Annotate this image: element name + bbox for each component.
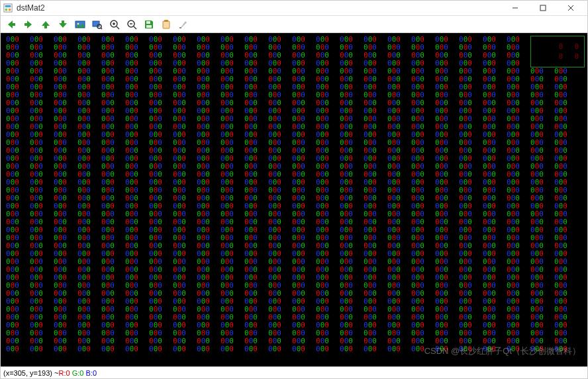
zoom-region-button[interactable] bbox=[91, 18, 104, 31]
pixel-cell: 000 bbox=[340, 345, 364, 353]
overview-thumbnail[interactable]: 00 00 bbox=[530, 36, 585, 67]
pixel-cell: 000 bbox=[197, 345, 220, 353]
channel-value: 0 bbox=[86, 345, 91, 353]
pixel-cell: 000 bbox=[268, 345, 292, 353]
channel-value: 0 bbox=[440, 345, 444, 353]
pixel-cell: 000 bbox=[6, 345, 30, 353]
pixel-cell: 000 bbox=[54, 345, 77, 353]
channel-value: 0 bbox=[435, 345, 440, 353]
channel-value: 0 bbox=[559, 345, 564, 353]
channel-value: 0 bbox=[554, 345, 559, 353]
zoom-in-button[interactable] bbox=[108, 18, 121, 31]
pixel-cell: 000 bbox=[554, 345, 578, 353]
channel-value: 0 bbox=[507, 345, 511, 353]
zoom-out-button[interactable] bbox=[125, 18, 138, 31]
channel-value: 0 bbox=[368, 345, 373, 353]
clipboard-button[interactable] bbox=[160, 18, 173, 31]
save-button[interactable] bbox=[142, 18, 156, 31]
channel-value: 0 bbox=[82, 345, 87, 353]
titlebar: dstMat2 bbox=[1, 1, 587, 16]
channel-value: 0 bbox=[201, 345, 206, 353]
window-title: dstMat2 bbox=[17, 3, 45, 13]
svg-rect-21 bbox=[146, 25, 152, 28]
channel-value: 0 bbox=[205, 345, 210, 353]
channel-value: 0 bbox=[292, 345, 297, 353]
pixel-cell: 000 bbox=[459, 345, 483, 353]
channel-value: 0 bbox=[301, 345, 305, 353]
channel-value: 0 bbox=[344, 345, 349, 353]
channel-value: 0 bbox=[15, 345, 19, 353]
pixel-cell: 000 bbox=[364, 345, 387, 353]
pixel-cell: 000 bbox=[316, 345, 340, 353]
channel-value: 0 bbox=[511, 345, 516, 353]
pixel-cell: 000 bbox=[220, 345, 244, 353]
channel-value: 0 bbox=[324, 345, 329, 353]
channel-value: 0 bbox=[106, 345, 111, 353]
close-button[interactable] bbox=[557, 1, 585, 15]
channel-value: 0 bbox=[273, 345, 277, 353]
svg-rect-20 bbox=[146, 21, 150, 24]
pixel-cell: 000 bbox=[530, 345, 554, 353]
channel-value: 0 bbox=[515, 345, 520, 353]
brush-button[interactable] bbox=[177, 18, 190, 31]
channel-value: 0 bbox=[249, 345, 254, 353]
channel-value: 0 bbox=[34, 345, 39, 353]
image-viewport[interactable]: 0000000000000000000000000000000000000000… bbox=[1, 33, 587, 366]
channel-value: 0 bbox=[6, 345, 11, 353]
channel-value: 0 bbox=[134, 345, 138, 353]
cursor-coords: (x=305, y=193) ~ bbox=[3, 369, 59, 377]
channel-value: 0 bbox=[173, 345, 177, 353]
channel-value: 0 bbox=[197, 345, 201, 353]
channel-value: 0 bbox=[11, 345, 15, 353]
picture-button[interactable] bbox=[74, 18, 87, 31]
maximize-button[interactable] bbox=[529, 1, 557, 15]
minimize-button[interactable] bbox=[501, 1, 529, 15]
pixel-cell: 000 bbox=[411, 345, 435, 353]
channel-value: 0 bbox=[229, 345, 234, 353]
grid-row: 0000000000000000000000000000000000000000… bbox=[6, 345, 578, 353]
pixel-cell: 000 bbox=[173, 345, 197, 353]
pixel-cell: 000 bbox=[149, 345, 173, 353]
channel-value: 0 bbox=[297, 345, 301, 353]
channel-value: 0 bbox=[483, 345, 487, 353]
channel-value: 0 bbox=[364, 345, 368, 353]
pixel-b: B:0 bbox=[86, 369, 97, 377]
svg-rect-1 bbox=[5, 5, 11, 8]
channel-value: 0 bbox=[177, 345, 182, 353]
pixel-cell: 000 bbox=[77, 345, 101, 353]
channel-value: 0 bbox=[444, 345, 448, 353]
channel-value: 0 bbox=[387, 345, 392, 353]
channel-value: 0 bbox=[253, 345, 258, 353]
channel-value: 0 bbox=[467, 345, 472, 353]
thumb-val: 0 bbox=[575, 53, 579, 60]
channel-value: 0 bbox=[539, 345, 544, 353]
channel-value: 0 bbox=[563, 345, 567, 353]
channel-value: 0 bbox=[320, 345, 325, 353]
status-bar: (x=305, y=193) ~ R:0 G:0 B:0 bbox=[1, 366, 587, 378]
nav-left-button[interactable] bbox=[5, 18, 18, 31]
channel-value: 0 bbox=[530, 345, 535, 353]
nav-down-button[interactable] bbox=[56, 18, 70, 31]
channel-value: 0 bbox=[340, 345, 344, 353]
channel-value: 0 bbox=[62, 345, 67, 353]
toolbar bbox=[1, 16, 587, 33]
channel-value: 0 bbox=[487, 345, 492, 353]
pixel-cell: 000 bbox=[507, 345, 530, 353]
channel-value: 0 bbox=[535, 345, 540, 353]
pixel-cell: 000 bbox=[435, 345, 459, 353]
channel-value: 0 bbox=[396, 345, 401, 353]
channel-value: 0 bbox=[225, 345, 230, 353]
pixel-g: G:0 bbox=[72, 369, 84, 377]
channel-value: 0 bbox=[416, 345, 420, 353]
channel-value: 0 bbox=[110, 345, 115, 353]
channel-value: 0 bbox=[459, 345, 464, 353]
nav-right-button[interactable] bbox=[22, 18, 35, 31]
channel-value: 0 bbox=[392, 345, 397, 353]
channel-value: 0 bbox=[38, 345, 43, 353]
nav-up-button[interactable] bbox=[39, 18, 52, 31]
svg-point-9 bbox=[77, 22, 79, 24]
channel-value: 0 bbox=[125, 345, 130, 353]
pixel-cell: 000 bbox=[30, 345, 54, 353]
svg-rect-23 bbox=[164, 20, 168, 22]
pixel-cell: 000 bbox=[292, 345, 316, 353]
